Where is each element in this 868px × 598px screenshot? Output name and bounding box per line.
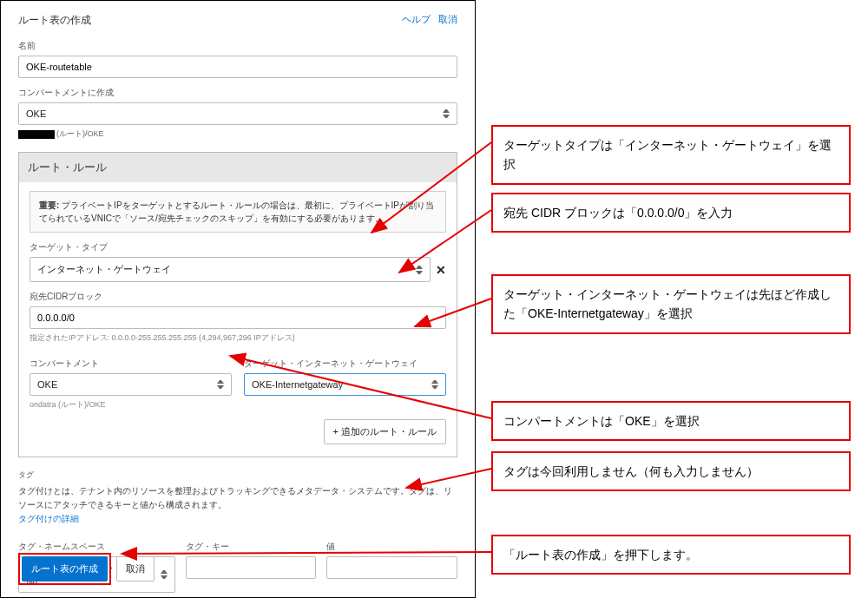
name-input[interactable]	[18, 56, 457, 78]
tag-key-input[interactable]	[186, 556, 317, 579]
rule-compartment-bread: ondatra (ルート)/OKE	[30, 399, 232, 411]
tagging-details-link[interactable]: タグ付けの詳細	[18, 514, 79, 523]
create-route-table-button[interactable]: ルート表の作成	[22, 556, 108, 582]
cidr-input[interactable]	[30, 306, 446, 329]
dialog-title: ルート表の作成	[18, 13, 91, 28]
annotation-5: タグは今回利用しません（何も入力しません）	[491, 451, 851, 491]
annotation-6: 「ルート表の作成」を押下します。	[491, 535, 851, 575]
tags-section-label: タグ	[18, 470, 457, 481]
tag-ns-label: タグ・ネームスペース	[18, 541, 175, 553]
route-rules-header: ルート・ルール	[19, 153, 457, 182]
target-ig-label: ターゲット・インターネット・ゲートウェイ	[244, 358, 446, 370]
target-ig-select[interactable]: OKE-Internetgateway	[244, 373, 446, 396]
annotation-4: コンパートメントは「OKE」を選択	[491, 401, 851, 441]
tag-value-label: 値	[326, 541, 457, 553]
rule-compartment-select[interactable]: OKE	[30, 373, 232, 396]
target-ig-value: OKE-Internetgateway	[252, 379, 343, 390]
dropdown-spinner-icon	[443, 109, 450, 118]
annotation-1: ターゲットタイプは「インターネット・ゲートウェイ」を選択	[491, 125, 851, 185]
rule-compartment-label: コンパートメント	[30, 358, 232, 370]
remove-rule-icon[interactable]: ✕	[436, 263, 446, 277]
redacted-root	[18, 130, 55, 139]
target-type-value: インターネット・ゲートウェイ	[37, 263, 171, 276]
compartment-create-select[interactable]: OKE	[18, 102, 457, 125]
target-type-label: ターゲット・タイプ	[30, 241, 446, 253]
name-label: 名前	[18, 40, 457, 52]
add-route-rule-button[interactable]: + 追加のルート・ルール	[324, 419, 446, 444]
route-rules-card: ルート・ルール 重要: プライベートIPをターゲットとするルート・ルールの場合は…	[18, 152, 457, 457]
tag-value-input[interactable]	[326, 556, 457, 579]
compartment-breadcrumb: (ルート)/OKE	[18, 128, 457, 140]
tags-description: タグ付けとは、テナント内のリソースを整理およびトラッキングできるメタデータ・シス…	[18, 484, 457, 512]
dropdown-spinner-icon	[161, 570, 168, 579]
dialog-panel: ルート表の作成 ヘルプ 取消 名前 コンパートメントに作成 OKE (ルート)/…	[0, 0, 476, 598]
compartment-create-value: OKE	[26, 108, 46, 119]
compartment-create-label: コンパートメントに作成	[18, 87, 457, 99]
cidr-label: 宛先CIDRブロック	[30, 291, 446, 303]
rule-compartment-value: OKE	[37, 379, 57, 390]
tag-key-label: タグ・キー	[186, 541, 317, 553]
dropdown-spinner-icon	[217, 380, 224, 389]
important-note: 重要: プライベートIPをターゲットとするルート・ルールの場合は、最初に、プライ…	[30, 191, 446, 233]
cancel-link[interactable]: 取消	[438, 14, 457, 24]
header-links: ヘルプ 取消	[397, 13, 457, 26]
footer-cancel-button[interactable]: 取消	[116, 556, 155, 582]
cidr-hint: 指定されたIPアドレス: 0.0.0.0-255.255.255.255 (4,…	[30, 332, 446, 344]
annotation-3: ターゲット・インターネット・ゲートウェイは先ほど作成した「OKE-Interne…	[491, 274, 851, 334]
annotation-2: 宛先 CIDR ブロックは「0.0.0.0/0」を入力	[491, 193, 851, 233]
target-type-select[interactable]: インターネット・ゲートウェイ	[30, 257, 431, 282]
dropdown-spinner-icon	[431, 380, 438, 389]
dropdown-spinner-icon	[416, 266, 423, 274]
help-link[interactable]: ヘルプ	[402, 14, 431, 24]
